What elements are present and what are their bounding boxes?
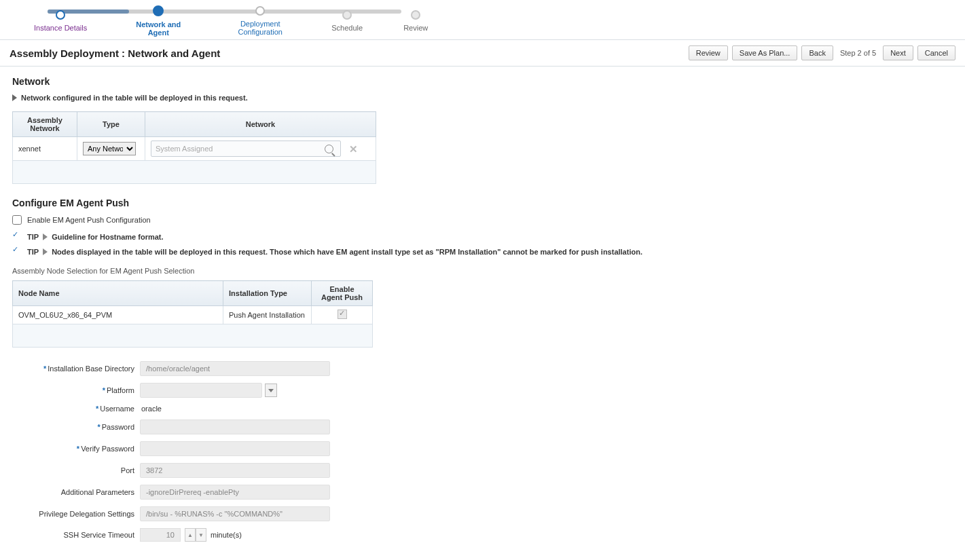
column-network: Network: [145, 112, 376, 137]
search-icon[interactable]: [325, 145, 333, 153]
save-as-plan-button[interactable]: Save As Plan...: [732, 45, 798, 60]
tip-icon: [12, 246, 23, 257]
step-counter: Step 2 of 5: [840, 49, 876, 57]
platform-wrap: [140, 383, 344, 398]
cell-install-type: Push Agent Installation: [223, 306, 312, 324]
expander-text: Network configured in the table will be …: [21, 94, 248, 102]
column-install-type: Installation Type: [223, 281, 312, 306]
table-row: xennet Any Network ✕: [13, 137, 376, 161]
column-node-name: Node Name: [13, 281, 223, 306]
table-row: OVM_OL6U2_x86_64_PVM Push Agent Installa…: [13, 306, 373, 324]
label-port: Port: [12, 466, 134, 474]
platform-input[interactable]: [140, 383, 262, 398]
tip-row-2: TIP Nodes displayed in the table will be…: [12, 246, 953, 257]
step-label: Network and Agent: [128, 20, 189, 37]
step-review[interactable]: Review: [403, 10, 428, 32]
label-username: *Username: [12, 405, 134, 413]
step-deployment-config[interactable]: Deployment Configuration: [230, 6, 291, 36]
enable-agent-push-checkbox[interactable]: [12, 215, 22, 225]
table-spacer: [13, 161, 376, 184]
tip-row-1: TIP Guideline for Hostname format.: [12, 231, 953, 242]
platform-dropdown-button[interactable]: [265, 384, 277, 397]
ssh-timeout-unit: minute(s): [211, 531, 242, 539]
table-spacer: [13, 324, 373, 348]
column-type: Type: [77, 112, 145, 137]
username-value: oracle: [140, 405, 344, 413]
chevron-right-icon[interactable]: [43, 248, 48, 255]
enable-agent-push-row: Enable EM Agent Push Configuration: [12, 215, 953, 225]
tip-text: Guideline for Hostname format.: [52, 233, 163, 241]
step-dot-icon: [56, 10, 65, 20]
tip-label: TIP: [27, 233, 39, 241]
label-additional-params: Additional Parameters: [12, 488, 134, 496]
password-input[interactable]: [140, 419, 330, 434]
ssh-timeout-input[interactable]: [140, 528, 181, 542]
content: Network Network configured in the table …: [0, 67, 965, 551]
install-dir-input[interactable]: [140, 361, 330, 376]
wizard-steps: Instance Details Network and Agent Deplo…: [0, 0, 965, 40]
chevron-right-icon: [12, 94, 17, 101]
tip-text: Nodes displayed in the table will be dep…: [52, 248, 642, 256]
tip-icon: [12, 231, 23, 242]
cell-assembly-network: xennet: [13, 137, 77, 161]
network-table: Assembly Network Type Network xennet Any…: [12, 111, 376, 184]
header-actions: Review Save As Plan... Back Step 2 of 5 …: [689, 45, 955, 60]
cancel-button[interactable]: Cancel: [917, 45, 955, 60]
enable-push-checkbox: [338, 310, 347, 319]
cell-network: ✕: [145, 137, 376, 161]
step-dot-icon: [153, 5, 164, 16]
step-network-agent[interactable]: Network and Agent: [128, 5, 189, 37]
step-instance-details[interactable]: Instance Details: [34, 10, 87, 32]
label-password: *Password: [12, 423, 134, 431]
step-label: Instance Details: [34, 24, 87, 32]
network-expander[interactable]: Network configured in the table will be …: [12, 94, 953, 102]
page-title: Assembly Deployment : Network and Agent: [10, 48, 220, 59]
label-ssh-timeout: SSH Service Timeout: [12, 531, 134, 539]
clear-icon[interactable]: ✕: [349, 144, 358, 154]
step-schedule[interactable]: Schedule: [331, 10, 363, 32]
step-dot-icon: [411, 10, 420, 20]
next-button[interactable]: Next: [883, 45, 913, 60]
stepper-down-button[interactable]: ▼: [196, 528, 206, 542]
label-verify-password: *Verify Password: [12, 445, 134, 453]
tip-label: TIP: [27, 248, 39, 256]
cell-enable-push: [312, 306, 373, 324]
additional-params-input[interactable]: [140, 485, 330, 500]
priv-delegation-input[interactable]: [140, 506, 330, 521]
chevron-right-icon[interactable]: [43, 234, 48, 240]
label-priv-delegation: Privilege Delegation Settings: [12, 510, 134, 518]
column-enable-push: Enable Agent Push: [312, 281, 373, 306]
step-label: Review: [403, 24, 428, 32]
agent-form: *Installation Base Directory *Platform *…: [12, 361, 953, 542]
header-bar: Assembly Deployment : Network and Agent …: [0, 40, 965, 67]
column-assembly-network: Assembly Network: [13, 112, 77, 137]
verify-password-input[interactable]: [140, 441, 330, 456]
network-input[interactable]: [156, 145, 325, 153]
step-dot-icon: [255, 6, 265, 16]
agent-section-title: Configure EM Agent Push: [12, 198, 953, 208]
network-search-wrap: [151, 141, 341, 157]
type-select[interactable]: Any Network: [83, 142, 136, 155]
label-install-dir: *Installation Base Directory: [12, 365, 134, 373]
node-selection-subtitle: Assembly Node Selection for EM Agent Pus…: [12, 267, 953, 275]
enable-agent-push-label: Enable EM Agent Push Configuration: [27, 216, 151, 224]
cell-type: Any Network: [77, 137, 145, 161]
review-button[interactable]: Review: [689, 45, 728, 60]
back-button[interactable]: Back: [801, 45, 833, 60]
step-label: Deployment Configuration: [230, 20, 291, 36]
node-table: Node Name Installation Type Enable Agent…: [12, 280, 373, 348]
label-platform: *Platform: [12, 386, 134, 394]
network-section-title: Network: [12, 76, 953, 87]
step-label: Schedule: [331, 24, 363, 32]
step-dot-icon: [342, 10, 352, 20]
ssh-timeout-wrap: ▲ ▼ minute(s): [140, 528, 344, 542]
cell-node-name: OVM_OL6U2_x86_64_PVM: [13, 306, 223, 324]
port-input[interactable]: [140, 463, 330, 478]
stepper-up-button[interactable]: ▲: [185, 528, 196, 542]
